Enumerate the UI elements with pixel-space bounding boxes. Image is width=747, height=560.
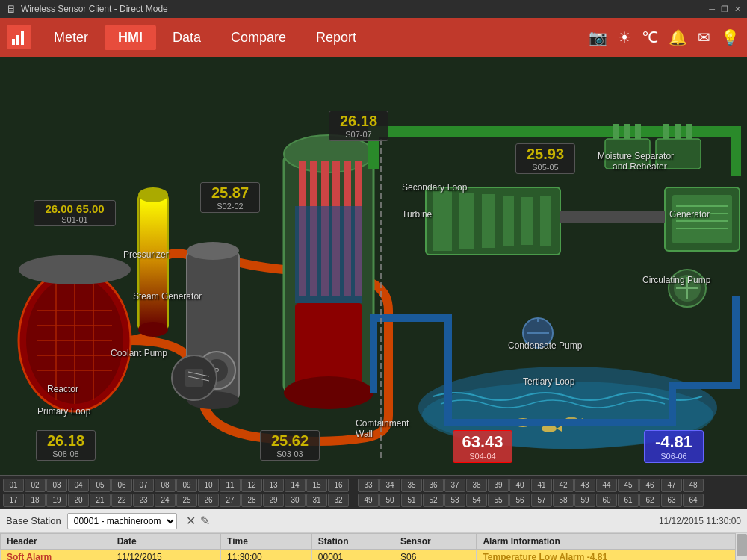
- camera-icon[interactable]: 📷: [589, 28, 607, 46]
- ch-28[interactable]: 28: [241, 494, 262, 507]
- ch-54[interactable]: 54: [466, 494, 487, 507]
- ch-17[interactable]: 17: [3, 494, 24, 507]
- svg-rect-65: [624, 124, 630, 139]
- ch-44[interactable]: 44: [596, 479, 617, 492]
- menu-meter[interactable]: Meter: [40, 25, 102, 50]
- ch-52[interactable]: 52: [423, 494, 444, 507]
- temperature-icon[interactable]: ℃: [642, 28, 658, 46]
- ch-05[interactable]: 05: [90, 479, 111, 492]
- ch-43[interactable]: 43: [574, 479, 595, 492]
- ch-06[interactable]: 06: [111, 479, 132, 492]
- ch-33[interactable]: 33: [358, 479, 379, 492]
- ch-40[interactable]: 40: [509, 479, 530, 492]
- ch-16[interactable]: 16: [328, 479, 349, 492]
- ch-23[interactable]: 23: [133, 494, 154, 507]
- sensor-value: 26.18: [334, 113, 383, 130]
- ch-14[interactable]: 14: [285, 479, 306, 492]
- sensor-label: S05-05: [521, 163, 570, 172]
- scrollbar-thumb[interactable]: [737, 534, 747, 556]
- ch-30[interactable]: 30: [285, 494, 306, 507]
- scrollbar-track[interactable]: [735, 533, 747, 560]
- ch-26[interactable]: 26: [198, 494, 219, 507]
- base-station-select[interactable]: 00001 - machineroom: [67, 513, 177, 529]
- ch-08[interactable]: 08: [155, 479, 176, 492]
- ch-35[interactable]: 35: [401, 479, 422, 492]
- svg-rect-64: [613, 124, 619, 139]
- ch-13[interactable]: 13: [263, 479, 284, 492]
- alarm-icon[interactable]: 🔔: [669, 28, 687, 46]
- close-button[interactable]: ✕: [734, 4, 741, 14]
- ch-27[interactable]: 27: [220, 494, 241, 507]
- ch-32[interactable]: 32: [328, 494, 349, 507]
- ch-02[interactable]: 02: [25, 479, 46, 492]
- ch-29[interactable]: 29: [263, 494, 284, 507]
- ch-39[interactable]: 39: [488, 479, 509, 492]
- menu-compare[interactable]: Compare: [217, 25, 300, 50]
- svg-point-25: [138, 187, 168, 202]
- ch-45[interactable]: 45: [618, 479, 639, 492]
- ch-19[interactable]: 19: [46, 494, 67, 507]
- ch-37[interactable]: 37: [444, 479, 465, 492]
- svg-rect-66: [635, 124, 641, 139]
- ch-53[interactable]: 53: [444, 494, 465, 507]
- ch-48[interactable]: 48: [683, 479, 704, 492]
- bulb-icon[interactable]: 💡: [721, 28, 740, 46]
- alarm-header-1: Soft Alarm: [1, 550, 111, 561]
- ch-25[interactable]: 25: [176, 494, 197, 507]
- ch-59[interactable]: 59: [574, 494, 595, 507]
- ch-56[interactable]: 56: [509, 494, 530, 507]
- brightness-icon[interactable]: ☀: [618, 28, 631, 46]
- edit-button[interactable]: ✎: [200, 514, 210, 528]
- menu-data[interactable]: Data: [159, 25, 214, 50]
- ch-21[interactable]: 21: [90, 494, 111, 507]
- ch-60[interactable]: 60: [596, 494, 617, 507]
- ch-31[interactable]: 31: [306, 494, 327, 507]
- ch-51[interactable]: 51: [401, 494, 422, 507]
- ch-50[interactable]: 50: [379, 494, 400, 507]
- ch-46[interactable]: 46: [639, 479, 660, 492]
- ch-49[interactable]: 49: [358, 494, 379, 507]
- ch-15[interactable]: 15: [306, 479, 327, 492]
- sensor-label: S02-02: [205, 202, 255, 211]
- menu-hmi[interactable]: HMI: [105, 25, 156, 50]
- ch-55[interactable]: 55: [488, 494, 509, 507]
- ch-41[interactable]: 41: [531, 479, 552, 492]
- ch-61[interactable]: 61: [618, 494, 639, 507]
- ch-58[interactable]: 58: [553, 494, 574, 507]
- ch-12[interactable]: 12: [241, 479, 262, 492]
- ch-38[interactable]: 38: [466, 479, 487, 492]
- ch-07[interactable]: 07: [133, 479, 154, 492]
- svg-rect-61: [560, 211, 665, 223]
- ch-03[interactable]: 03: [46, 479, 67, 492]
- mail-icon[interactable]: ✉: [698, 28, 710, 46]
- menu-report[interactable]: Report: [303, 25, 370, 50]
- ch-10[interactable]: 10: [198, 479, 219, 492]
- title-bar: 🖥 Wireless Sensor Client - Direct Mode ─…: [0, 0, 747, 18]
- ch-47[interactable]: 47: [661, 479, 682, 492]
- ch-36[interactable]: 36: [423, 479, 444, 492]
- ch-20[interactable]: 20: [68, 494, 89, 507]
- ch-01[interactable]: 01: [3, 479, 24, 492]
- ch-11[interactable]: 11: [220, 479, 241, 492]
- ch-22[interactable]: 22: [111, 494, 132, 507]
- delete-button[interactable]: ✕: [186, 514, 196, 528]
- ch-24[interactable]: 24: [155, 494, 176, 507]
- ch-42[interactable]: 42: [553, 479, 574, 492]
- ch-04[interactable]: 04: [68, 479, 89, 492]
- ch-62[interactable]: 62: [639, 494, 660, 507]
- svg-rect-51: [482, 194, 495, 248]
- ch-34[interactable]: 34: [379, 479, 400, 492]
- sensor-label: S03-03: [265, 449, 314, 458]
- sensor-value: 26.00 65.00: [39, 202, 111, 215]
- maximize-button[interactable]: ❐: [721, 4, 728, 14]
- svg-rect-52: [503, 196, 514, 246]
- svg-rect-2: [21, 31, 24, 45]
- sensor-s01-01: 26.00 65.00 S01-01: [34, 200, 116, 226]
- minimize-button[interactable]: ─: [709, 4, 715, 14]
- ch-57[interactable]: 57: [531, 494, 552, 507]
- ch-18[interactable]: 18: [25, 494, 46, 507]
- ch-63[interactable]: 63: [661, 494, 682, 507]
- table-header-row: Header Date Time Station Sensor Alarm In…: [1, 534, 747, 550]
- ch-09[interactable]: 09: [176, 479, 197, 492]
- ch-64[interactable]: 64: [683, 494, 704, 507]
